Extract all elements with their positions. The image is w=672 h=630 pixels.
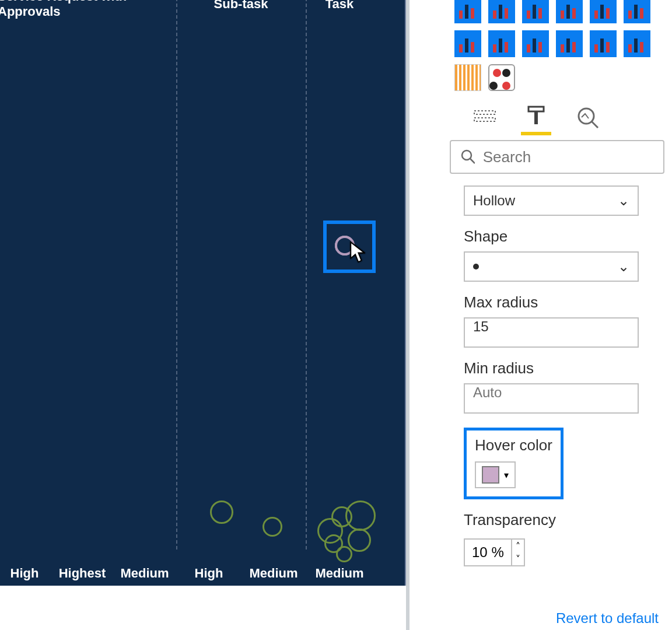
chevron-down-icon: ⌄ xyxy=(618,258,629,275)
svg-rect-13 xyxy=(600,5,604,19)
svg-line-43 xyxy=(470,159,475,163)
visualizations-format-pane: Hollow ⌄ Shape ⌄ Max radius Min radius H… xyxy=(446,0,668,626)
column-header: Sub-task xyxy=(176,0,306,13)
svg-rect-28 xyxy=(566,38,570,52)
revert-to-default-link[interactable]: Revert to default xyxy=(556,610,659,626)
hover-color-label: Hover color xyxy=(475,436,552,454)
svg-rect-4 xyxy=(499,5,502,19)
viz-gallery-item[interactable] xyxy=(556,0,583,23)
svg-rect-29 xyxy=(572,42,576,52)
svg-rect-6 xyxy=(527,10,530,19)
svg-rect-19 xyxy=(465,38,468,52)
viz-gallery-item[interactable] xyxy=(522,30,549,57)
transparency-stepper[interactable]: 10 % ˄ ˅ xyxy=(464,538,525,566)
shape-preview-dot xyxy=(473,264,479,270)
svg-rect-30 xyxy=(594,44,598,52)
shape-label: Shape xyxy=(464,228,664,246)
marker-style-select[interactable]: Hollow ⌄ xyxy=(464,186,639,216)
svg-rect-39 xyxy=(534,111,538,124)
svg-rect-10 xyxy=(566,5,570,19)
svg-rect-14 xyxy=(606,8,610,19)
column-header: Task xyxy=(306,0,373,13)
svg-rect-31 xyxy=(600,38,604,52)
svg-rect-36 xyxy=(474,111,495,114)
marker-style-value: Hollow xyxy=(473,192,515,209)
stepper-up[interactable]: ˄ xyxy=(512,540,524,552)
svg-rect-24 xyxy=(527,44,530,52)
viz-gallery-item[interactable] xyxy=(488,30,515,57)
viz-gallery-item[interactable] xyxy=(590,0,617,23)
svg-rect-3 xyxy=(493,10,496,19)
viz-gallery-item[interactable] xyxy=(590,30,617,57)
svg-point-42 xyxy=(462,150,471,160)
svg-rect-37 xyxy=(474,118,495,121)
svg-rect-0 xyxy=(459,10,463,19)
tab-analytics[interactable] xyxy=(573,103,601,132)
svg-rect-8 xyxy=(538,8,542,19)
svg-rect-11 xyxy=(572,8,576,19)
viz-gallery-item[interactable] xyxy=(624,30,650,57)
svg-rect-26 xyxy=(538,42,542,52)
svg-rect-15 xyxy=(628,10,632,19)
stepper-down[interactable]: ˅ xyxy=(512,552,524,565)
viz-gallery-item[interactable] xyxy=(488,64,515,91)
min-radius-input[interactable] xyxy=(464,383,639,414)
data-point[interactable] xyxy=(336,546,352,562)
viz-gallery-item[interactable] xyxy=(454,30,481,57)
tab-fields[interactable] xyxy=(471,103,499,132)
transparency-unit: % xyxy=(491,544,503,561)
max-radius-input[interactable] xyxy=(464,317,639,348)
svg-rect-17 xyxy=(640,8,643,19)
data-point[interactable] xyxy=(262,517,282,537)
axis-tick-label: Medium xyxy=(113,565,176,582)
caret-down-icon: ▾ xyxy=(504,470,509,481)
axis-tick-label: Medium xyxy=(306,565,373,582)
svg-rect-12 xyxy=(594,10,598,19)
min-radius-label: Min radius xyxy=(464,359,664,377)
viz-gallery-item[interactable] xyxy=(522,0,549,23)
svg-rect-20 xyxy=(471,42,474,52)
svg-rect-33 xyxy=(628,44,632,52)
viz-gallery-item[interactable] xyxy=(488,0,515,23)
search-input[interactable] xyxy=(483,148,654,166)
svg-rect-9 xyxy=(561,10,564,19)
chevron-down-icon: ⌄ xyxy=(618,192,629,209)
svg-rect-23 xyxy=(505,42,508,52)
data-point[interactable] xyxy=(348,528,371,552)
svg-rect-2 xyxy=(471,8,474,19)
viz-gallery-item[interactable] xyxy=(454,64,481,91)
data-point[interactable] xyxy=(210,501,233,524)
svg-rect-1 xyxy=(465,5,468,19)
viz-gallery-item[interactable] xyxy=(556,30,583,57)
axis-tick-label: High xyxy=(176,565,242,582)
data-point[interactable] xyxy=(345,501,376,531)
svg-rect-7 xyxy=(533,5,536,19)
svg-rect-38 xyxy=(528,107,544,111)
svg-rect-16 xyxy=(634,5,638,19)
hover-color-group: Hover color ▾ xyxy=(464,428,564,499)
svg-rect-5 xyxy=(505,8,508,19)
tab-format[interactable] xyxy=(522,103,550,132)
mouse-cursor-icon xyxy=(350,242,365,265)
hover-color-swatch xyxy=(482,466,499,484)
svg-rect-22 xyxy=(499,38,502,52)
axis-tick-label: High xyxy=(0,565,51,582)
viz-gallery-item[interactable] xyxy=(624,0,650,23)
pane-tabs xyxy=(446,94,668,132)
svg-rect-27 xyxy=(561,44,564,52)
viz-gallery-item[interactable] xyxy=(454,0,481,23)
svg-rect-25 xyxy=(533,38,536,52)
pane-splitter[interactable] xyxy=(406,0,410,630)
visualization-gallery xyxy=(446,0,668,94)
report-canvas[interactable]: Service Request with ApprovalsSub-taskTa… xyxy=(0,0,406,586)
svg-rect-35 xyxy=(640,42,643,52)
transparency-label: Transparency xyxy=(464,511,664,529)
hover-color-picker[interactable]: ▾ xyxy=(475,461,516,488)
axis-tick-label: Medium xyxy=(242,565,306,582)
svg-line-41 xyxy=(592,121,598,128)
axis-tick-label: Highest xyxy=(51,565,113,582)
search-icon xyxy=(460,149,475,165)
format-search[interactable] xyxy=(450,140,664,174)
shape-select[interactable]: ⌄ xyxy=(464,251,639,282)
transparency-value: 10 xyxy=(472,544,488,561)
